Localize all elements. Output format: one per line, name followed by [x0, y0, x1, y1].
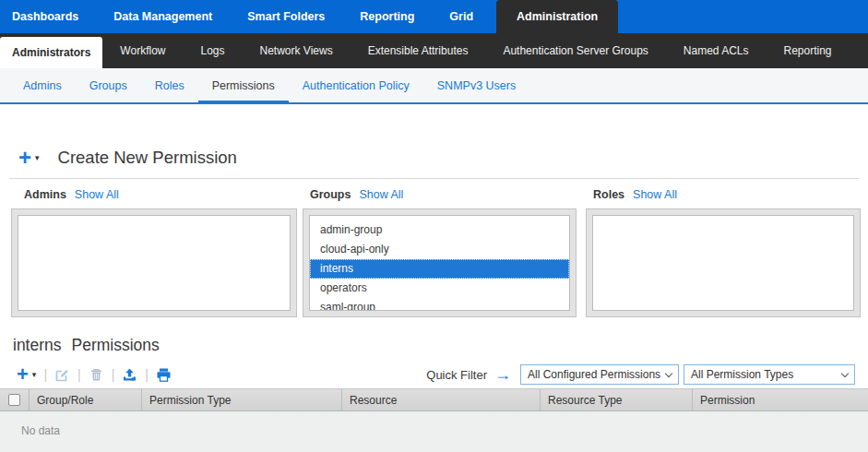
selector-listboxes-row: admin-group cloud-api-only interns opera…	[11, 208, 868, 317]
sub-tab-bar: Admins Groups Roles Permissions Authenti…	[0, 68, 868, 104]
delete-icon[interactable]	[89, 367, 104, 383]
nav-smart-folders[interactable]: Smart Folders	[235, 0, 337, 33]
create-permission-title: Create New Permission	[58, 148, 237, 168]
list-item[interactable]: admin-group	[310, 220, 569, 240]
admins-label: Admins	[24, 188, 66, 201]
column-header-resource[interactable]: Resource	[341, 389, 540, 410]
permissions-title-label: Permissions	[72, 336, 160, 355]
add-permission-icon[interactable]: +	[17, 364, 29, 385]
arrow-right-icon: →	[494, 365, 511, 385]
selector-labels-row: Admins Show All Groups Show All Roles Sh…	[11, 187, 868, 202]
toolbar-separator: |	[112, 367, 115, 382]
table-header-row: Group/Role Permission Type Resource Reso…	[0, 388, 868, 411]
tab-reporting[interactable]: Reporting	[767, 33, 850, 68]
permission-types-value: All Permission Types	[691, 368, 793, 381]
print-icon[interactable]	[156, 367, 172, 383]
subtab-permissions[interactable]: Permissions	[198, 68, 289, 102]
roles-label: Roles	[593, 188, 624, 201]
upload-icon[interactable]	[122, 367, 137, 383]
primary-nav: Dashboards Data Management Smart Folders…	[0, 0, 868, 33]
subtab-authentication-policy[interactable]: Authentication Policy	[289, 68, 423, 102]
quick-filter-group: Quick Filter → All Configured Permission…	[426, 364, 855, 385]
configured-permissions-select[interactable]: All Configured Permissions	[520, 364, 679, 385]
column-header-permission-type[interactable]: Permission Type	[141, 389, 341, 410]
create-permission-header: + ▾ Create New Permission	[18, 146, 855, 170]
roles-show-all-link[interactable]: Show All	[633, 188, 677, 201]
select-all-cell	[0, 389, 29, 410]
permissions-table: Group/Role Permission Type Resource Reso…	[0, 388, 868, 452]
groups-label: Groups	[310, 188, 351, 201]
tab-workflow[interactable]: Workflow	[102, 33, 183, 68]
chevron-down-icon[interactable]: ▾	[35, 153, 40, 162]
toolbar-separator: |	[43, 367, 47, 382]
selected-group-name: interns	[13, 336, 62, 355]
roles-listbox[interactable]	[592, 215, 854, 311]
tab-administrators[interactable]: Administrators	[0, 37, 102, 68]
nav-data-management[interactable]: Data Management	[101, 0, 224, 33]
edit-icon[interactable]	[54, 367, 70, 383]
admins-frame	[11, 208, 297, 317]
nav-grid[interactable]: Grid	[437, 0, 485, 33]
select-all-checkbox[interactable]	[8, 394, 20, 406]
table-body: No data	[0, 411, 868, 452]
roles-frame	[586, 208, 861, 317]
secondary-nav: Administrators Workflow Logs Network Vie…	[0, 33, 868, 68]
section-divider	[9, 178, 859, 179]
permissions-section-title: interns Permissions	[13, 335, 868, 355]
subtab-groups[interactable]: Groups	[76, 68, 141, 102]
list-item[interactable]: saml-group	[310, 298, 569, 311]
column-header-permission[interactable]: Permission	[692, 389, 868, 410]
permission-types-select[interactable]: All Permission Types	[684, 364, 855, 385]
chevron-down-icon	[665, 369, 672, 376]
chevron-down-icon[interactable]: ▾	[32, 370, 37, 379]
chevron-down-icon	[841, 369, 849, 376]
tab-network-views[interactable]: Network Views	[243, 33, 351, 68]
column-header-group-role[interactable]: Group/Role	[29, 389, 141, 410]
quick-filter-label: Quick Filter	[426, 368, 487, 382]
nav-administration[interactable]: Administration	[496, 0, 618, 33]
toolbar-separator: |	[145, 367, 149, 382]
list-item[interactable]: cloud-api-only	[310, 240, 569, 259]
add-icon[interactable]: +	[18, 148, 31, 168]
nav-reporting[interactable]: Reporting	[348, 0, 426, 33]
list-item-selected[interactable]: interns	[310, 259, 569, 279]
tab-logs[interactable]: Logs	[183, 33, 242, 68]
subtab-roles[interactable]: Roles	[141, 68, 198, 102]
tab-extensible-attributes[interactable]: Extensible Attributes	[351, 33, 486, 68]
admins-show-all-link[interactable]: Show All	[75, 188, 119, 201]
subtab-admins[interactable]: Admins	[9, 68, 76, 102]
tab-authentication-server-groups[interactable]: Authentication Server Groups	[485, 33, 665, 68]
subtab-snmpv3-users[interactable]: SNMPv3 Users	[423, 68, 529, 102]
groups-show-all-link[interactable]: Show All	[359, 188, 403, 201]
toolbar-separator: |	[77, 367, 81, 382]
configured-permissions-value: All Configured Permissions	[528, 368, 660, 381]
list-item[interactable]: operators	[310, 279, 569, 298]
column-header-resource-type[interactable]: Resource Type	[540, 389, 692, 410]
tab-named-acls[interactable]: Named ACLs	[666, 33, 767, 68]
admins-listbox[interactable]	[18, 215, 291, 311]
nav-dashboards[interactable]: Dashboards	[0, 0, 90, 33]
groups-listbox[interactable]: admin-group cloud-api-only interns opera…	[309, 215, 570, 311]
permissions-toolbar: + ▾ | | | | Quick Filter →	[17, 363, 855, 386]
empty-table-message: No data	[0, 411, 868, 437]
groups-frame: admin-group cloud-api-only interns opera…	[303, 208, 577, 317]
